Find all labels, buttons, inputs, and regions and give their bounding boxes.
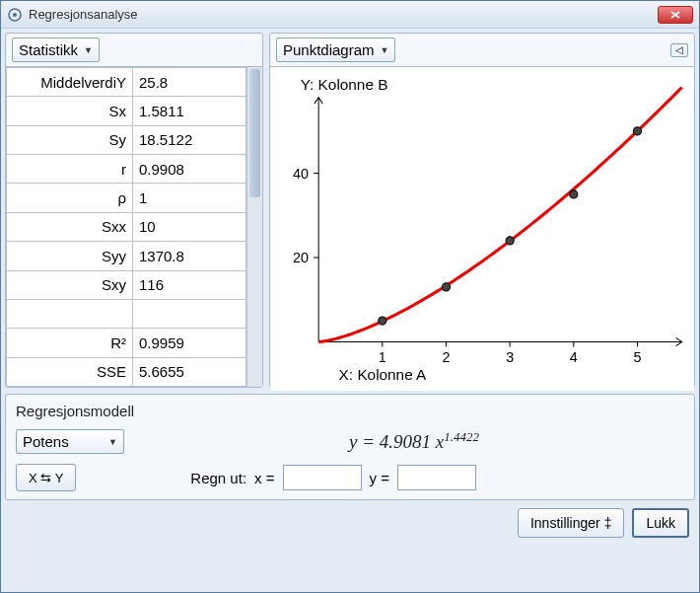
stats-row-value: 18.5122 bbox=[133, 125, 246, 154]
svg-text:X:  Kolonne A: X: Kolonne A bbox=[339, 366, 427, 383]
stats-row-label: Sxy bbox=[7, 270, 133, 299]
y-equals-label: y = bbox=[370, 470, 389, 486]
stats-row-value: 25.8 bbox=[133, 68, 246, 97]
x-equals-label: x = bbox=[254, 470, 274, 486]
stats-row-value: 1.5811 bbox=[133, 97, 246, 125]
app-icon bbox=[7, 7, 23, 23]
stats-row-label: Sy bbox=[7, 125, 133, 154]
model-equation: y = 4.9081 x1.4422 bbox=[144, 429, 684, 453]
stats-row-label bbox=[7, 299, 133, 328]
stats-row: ρ1 bbox=[7, 184, 246, 212]
stats-table: MiddelverdiY25.8Sx1.5811Sy18.5122r0.9908… bbox=[6, 67, 246, 387]
stats-row-label: r bbox=[7, 155, 133, 184]
svg-point-19 bbox=[442, 283, 450, 291]
svg-point-20 bbox=[506, 237, 514, 245]
svg-text:2: 2 bbox=[442, 349, 450, 365]
equation-base: y = 4.9081 x bbox=[349, 432, 444, 453]
stats-row: SSE5.6655 bbox=[7, 357, 246, 386]
stats-row-value: 0.9959 bbox=[133, 329, 246, 357]
chart-area: 123452040Y: Kolonne BX: Kolonne A bbox=[270, 66, 694, 391]
collapse-panel-button[interactable]: ◁ bbox=[670, 43, 688, 57]
titlebar: Regresjonsanalyse bbox=[1, 1, 699, 29]
model-row1: Potens ▼ y = 4.9081 x1.4422 bbox=[16, 429, 684, 454]
stats-row-value: 1370.8 bbox=[133, 242, 246, 270]
svg-point-22 bbox=[633, 127, 641, 135]
stats-row: Syy1370.8 bbox=[7, 242, 246, 270]
stats-header: Statistikk ▼ bbox=[6, 34, 262, 66]
svg-text:1: 1 bbox=[379, 349, 386, 365]
window-close-button[interactable] bbox=[658, 6, 693, 24]
svg-text:20: 20 bbox=[293, 250, 309, 265]
stats-row: MiddelverdiY25.8 bbox=[7, 68, 246, 97]
swap-icon: X ⇆ Y bbox=[29, 471, 63, 485]
stats-row-label: MiddelverdiY bbox=[7, 68, 133, 97]
stats-row-label: R² bbox=[7, 329, 133, 357]
stats-row-value: 0.9908 bbox=[133, 155, 246, 184]
stats-scrollbar[interactable] bbox=[246, 67, 262, 387]
stats-row-value: 5.6655 bbox=[133, 357, 246, 386]
svg-point-1 bbox=[13, 13, 17, 17]
svg-text:4: 4 bbox=[570, 349, 578, 365]
y-input[interactable] bbox=[397, 465, 476, 490]
model-type-label: Potens bbox=[23, 433, 69, 450]
chevron-down-icon: ▼ bbox=[84, 45, 93, 55]
chart-type-label: Punktdiagram bbox=[283, 41, 375, 58]
close-label: Lukk bbox=[646, 515, 675, 531]
stats-row: Sy18.5122 bbox=[7, 125, 246, 154]
chevron-down-icon: ▼ bbox=[381, 45, 389, 55]
chart-header: Punktdiagram ▼ ◁ bbox=[270, 34, 694, 66]
stats-row-value: 1 bbox=[133, 184, 246, 212]
stats-dropdown[interactable]: Statistikk ▼ bbox=[12, 37, 100, 62]
chart-type-dropdown[interactable]: Punktdiagram ▼ bbox=[276, 37, 395, 62]
calc-label: Regn ut: bbox=[190, 470, 246, 486]
chart-panel: Punktdiagram ▼ ◁ 123452040Y: Kolonne BX:… bbox=[269, 33, 695, 388]
stats-row: Sxx10 bbox=[7, 212, 246, 241]
close-button[interactable]: Lukk bbox=[632, 508, 689, 538]
triangle-left-icon: ◁ bbox=[675, 44, 683, 55]
model-section-title: Regresjonsmodell bbox=[16, 403, 684, 419]
stats-row-label: Sx bbox=[7, 97, 133, 125]
scatter-chart: 123452040Y: Kolonne BX: Kolonne A bbox=[270, 67, 694, 391]
svg-text:3: 3 bbox=[506, 349, 514, 365]
svg-text:40: 40 bbox=[293, 166, 309, 182]
stats-row: Sxy116 bbox=[7, 270, 246, 299]
equation-exponent: 1.4422 bbox=[444, 429, 479, 444]
stats-table-wrap: MiddelverdiY25.8Sx1.5811Sy18.5122r0.9908… bbox=[6, 66, 262, 387]
svg-text:5: 5 bbox=[633, 349, 641, 365]
window-body: Statistikk ▼ MiddelverdiY25.8Sx1.5811Sy1… bbox=[1, 29, 699, 592]
window-title: Regresjonsanalyse bbox=[29, 7, 658, 22]
svg-point-21 bbox=[570, 190, 578, 198]
stats-row bbox=[7, 299, 246, 328]
stats-row-value bbox=[133, 299, 246, 328]
stats-row-value: 10 bbox=[133, 212, 246, 241]
stats-row-label: SSE bbox=[7, 357, 133, 386]
svg-text:Y:  Kolonne B: Y: Kolonne B bbox=[301, 76, 388, 93]
stats-dropdown-label: Statistikk bbox=[19, 41, 78, 58]
scrollbar-thumb[interactable] bbox=[249, 69, 260, 197]
chevron-down-icon: ▼ bbox=[108, 437, 117, 447]
svg-point-18 bbox=[379, 317, 386, 325]
model-type-dropdown[interactable]: Potens ▼ bbox=[16, 429, 124, 454]
stats-row: r0.9908 bbox=[7, 155, 246, 184]
stats-row: Sx1.5811 bbox=[7, 97, 246, 125]
close-icon bbox=[670, 11, 680, 19]
model-panel: Regresjonsmodell Potens ▼ y = 4.9081 x1.… bbox=[5, 394, 695, 500]
settings-label: Innstillinger ‡ bbox=[530, 515, 612, 531]
regression-window: Regresjonsanalyse Statistikk ▼ Middelver… bbox=[0, 0, 700, 593]
stats-row: R²0.9959 bbox=[7, 329, 246, 357]
footer: Innstillinger ‡ Lukk bbox=[5, 500, 695, 544]
stats-row-label: ρ bbox=[7, 184, 133, 212]
settings-button[interactable]: Innstillinger ‡ bbox=[518, 508, 625, 538]
top-row: Statistikk ▼ MiddelverdiY25.8Sx1.5811Sy1… bbox=[5, 33, 695, 388]
stats-panel: Statistikk ▼ MiddelverdiY25.8Sx1.5811Sy1… bbox=[5, 33, 263, 388]
model-row2: X ⇆ Y Regn ut: x = y = bbox=[16, 464, 684, 491]
x-input[interactable] bbox=[283, 465, 362, 490]
stats-row-value: 116 bbox=[133, 270, 246, 299]
stats-row-label: Syy bbox=[7, 242, 133, 270]
swap-xy-button[interactable]: X ⇆ Y bbox=[16, 464, 76, 491]
stats-row-label: Sxx bbox=[7, 212, 133, 241]
